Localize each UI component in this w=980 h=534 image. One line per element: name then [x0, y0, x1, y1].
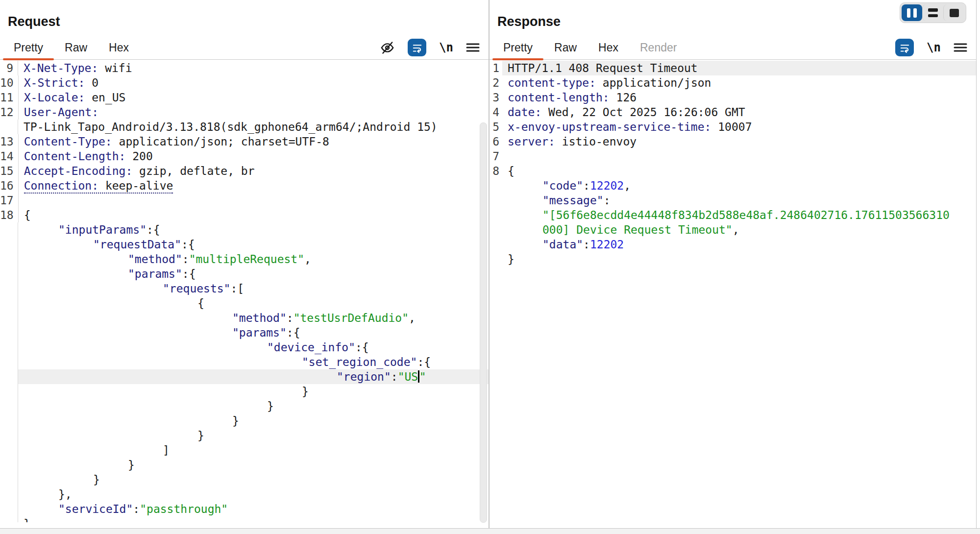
code-token: { [197, 297, 204, 310]
code-token: "method" [128, 253, 182, 266]
code-token: X-Net-Type: [24, 62, 98, 74]
code-line[interactable]: } [0, 458, 489, 472]
code-line[interactable]: 9X-Net-Type: wifi [0, 61, 489, 75]
code-line[interactable]: 11X-Locale: en_US [0, 90, 489, 105]
code-token: :{ [287, 326, 300, 339]
code-line[interactable]: "serviceId":"passthrough" [0, 502, 489, 516]
code-token: } [24, 517, 30, 522]
line-number [0, 340, 18, 355]
code-token: ] [163, 444, 170, 457]
code-line[interactable]: "params":{ [0, 325, 489, 340]
code-line-text: { [19, 208, 489, 222]
layout-single-button[interactable] [943, 4, 964, 21]
code-line[interactable]: "code":12202, [490, 178, 976, 193]
code-line[interactable]: 1HTTP/1.1 408 Request Timeout [490, 61, 976, 75]
word-wrap-button[interactable] [895, 39, 914, 56]
line-number [0, 399, 18, 413]
eye-slash-icon[interactable] [380, 40, 395, 55]
response-tab-hex[interactable]: Hex [588, 36, 629, 59]
code-line[interactable]: 10X-Strict: 0 [0, 75, 489, 90]
code-line[interactable]: } [0, 413, 489, 428]
code-line[interactable]: "set_region_code":{ [0, 355, 489, 369]
code-line[interactable]: 15Accept-Encoding: gzip, deflate, br [0, 164, 489, 178]
code-token: keep-alive [98, 179, 173, 192]
code-token: { [508, 165, 514, 177]
code-line[interactable]: { [0, 296, 489, 311]
code-token: x-envoy-upstream-service-time: [508, 121, 711, 133]
code-line[interactable]: } [0, 384, 489, 399]
code-token: : [583, 238, 590, 251]
code-token: application/json [596, 76, 711, 89]
code-line[interactable]: 3content-length: 126 [490, 90, 976, 105]
code-line[interactable]: 8{ [490, 164, 976, 178]
code-line[interactable]: 17 [0, 193, 489, 208]
code-token: Content-Length: [24, 150, 126, 163]
code-line[interactable]: "params":{ [0, 267, 489, 281]
code-line[interactable]: 2content-type: application/json [490, 75, 976, 90]
layout-rows-button[interactable] [922, 4, 943, 21]
code-line[interactable]: } [0, 428, 489, 443]
request-scrollbar[interactable] [480, 122, 487, 523]
code-line[interactable]: 7 [490, 149, 976, 164]
horizontal-scrollbar-track[interactable] [0, 528, 980, 534]
code-line[interactable]: }, [0, 487, 489, 502]
layout-columns-button[interactable] [902, 4, 922, 21]
code-line-text: "[56f6e8ecdd4e44448f834b2d588e48af.24864… [502, 208, 976, 222]
code-token: : [604, 194, 611, 207]
code-line[interactable]: 5x-envoy-upstream-service-time: 10007 [490, 120, 976, 134]
response-editor[interactable]: 1HTTP/1.1 408 Request Timeout2content-ty… [490, 61, 976, 522]
line-number [0, 252, 18, 267]
code-line[interactable]: } [0, 472, 489, 487]
code-token: : [182, 253, 189, 266]
code-line-text: "params":{ [18, 267, 489, 281]
code-line[interactable]: 16Connection: keep-alive [0, 178, 489, 193]
code-line[interactable]: "[56f6e8ecdd4e44448f834b2d588e48af.24864… [490, 208, 976, 222]
code-line[interactable]: "method":"multipleRequest", [0, 252, 489, 267]
dotted-underline-text: Connection: keep-alive [24, 179, 173, 194]
response-tab-raw[interactable]: Raw [543, 36, 588, 59]
menu-icon[interactable] [954, 42, 967, 53]
code-line[interactable]: "region":"US" [0, 369, 489, 384]
code-line[interactable]: 6server: istio-envoy [490, 134, 976, 149]
code-line[interactable]: "device_info":{ [0, 340, 489, 355]
code-line[interactable]: "data":12202 [490, 237, 976, 252]
code-token: application/json; charset=UTF-8 [112, 135, 329, 148]
newline-toggle-button[interactable]: \n [927, 41, 941, 54]
code-line[interactable]: 18{ [0, 208, 489, 222]
code-line[interactable]: } [0, 516, 489, 522]
code-token: :{ [182, 267, 196, 280]
request-tab-pretty[interactable]: Pretty [3, 36, 54, 59]
code-line[interactable]: } [0, 399, 489, 413]
line-number [0, 311, 18, 325]
code-line[interactable]: "method":"testUsrDefAudio", [0, 311, 489, 325]
code-line[interactable]: "requestData":{ [0, 237, 489, 252]
code-line[interactable]: "inputParams":{ [0, 222, 489, 237]
response-tab-render[interactable]: Render [629, 36, 687, 59]
code-line[interactable]: } [490, 252, 976, 267]
line-number: 13 [0, 134, 19, 149]
code-line[interactable]: 13Content-Type: application/json; charse… [0, 134, 489, 149]
code-line[interactable]: "message": [490, 193, 976, 208]
request-editor[interactable]: 9X-Net-Type: wifi10X-Strict: 011X-Locale… [0, 61, 489, 522]
response-toolbar: \n [895, 39, 967, 56]
request-tab-raw[interactable]: Raw [54, 36, 98, 59]
code-line[interactable]: ] [0, 443, 489, 458]
code-line-text: "requestData":{ [18, 237, 489, 252]
code-line-text: "inputParams":{ [18, 222, 489, 237]
code-line[interactable]: TP-Link_Tapo_Android/3.13.818(sdk_gphone… [0, 120, 489, 134]
response-tab-pretty[interactable]: Pretty [492, 36, 543, 59]
code-line-text: } [18, 384, 489, 399]
code-line[interactable]: 000] Device Request Timeout", [490, 222, 976, 237]
code-line[interactable]: 14Content-Length: 200 [0, 149, 489, 164]
request-tab-hex[interactable]: Hex [98, 36, 140, 59]
newline-toggle-button[interactable]: \n [439, 41, 453, 54]
code-line[interactable]: "requests":[ [0, 281, 489, 296]
code-token: Accept-Encoding: [24, 165, 133, 177]
line-number [0, 355, 18, 369]
line-number [0, 369, 18, 384]
code-token: "serviceId" [58, 503, 133, 515]
code-line[interactable]: 12User-Agent: [0, 105, 489, 120]
menu-icon[interactable] [466, 42, 480, 53]
code-line[interactable]: 4date: Wed, 22 Oct 2025 16:26:06 GMT [490, 105, 976, 120]
word-wrap-button[interactable] [408, 39, 426, 56]
